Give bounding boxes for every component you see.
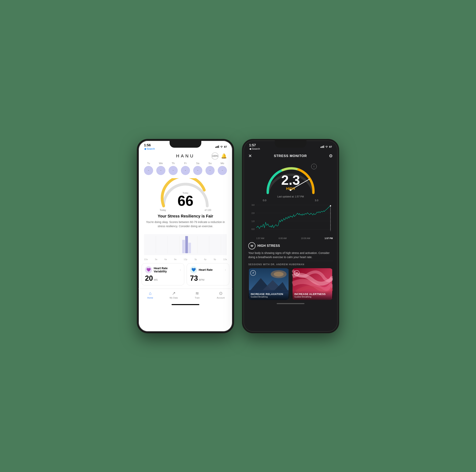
- day-mo[interactable]: Mo -: [216, 162, 228, 175]
- gauge-number: 66: [177, 194, 193, 208]
- session-overlay-2: INCREASE ALERTNESS Guided Breathing: [292, 291, 333, 300]
- week-days-row: Tu - We - Th - Fr - Sa -: [142, 162, 229, 175]
- svg-rect-18: [323, 146, 323, 148]
- stress-time-labels: 1:57 AM 6:00 AM 10:00 AM 1:57 PM: [248, 237, 333, 240]
- day-circle-su: -: [205, 166, 215, 175]
- nav-home-label: Home: [147, 296, 153, 299]
- hr-value-row: 73 BPM: [190, 274, 226, 282]
- hrv-value: 20: [145, 274, 153, 282]
- day-tu[interactable]: Tu -: [142, 162, 155, 175]
- svg-rect-1: [216, 146, 217, 148]
- metrics-row: 💜 Heart Rate Variability › 20 MS 💙 Heart…: [138, 261, 232, 288]
- phone-1-back[interactable]: ◀ Search: [144, 147, 155, 150]
- time-label-4: 1:57 PM: [324, 237, 333, 240]
- phone-2-notch: [275, 141, 306, 148]
- battery-percent-icon[interactable]: 100%: [211, 152, 219, 160]
- sessions-row: ↺ INCREASE RELAXATION Guided Breathing: [248, 268, 333, 300]
- hanu-icons: 100% 🔔: [211, 152, 227, 160]
- phone-1-time: 1:56: [144, 143, 155, 147]
- hr-unit: BPM: [199, 278, 204, 281]
- dark-gauge-container: 2.3 HIGH i: [263, 162, 318, 195]
- day-label-th: Th: [171, 162, 174, 165]
- hrv-card-header: 💜 Heart Rate Variability ›: [145, 266, 181, 273]
- hrv-title: Heart Rate Variability: [154, 267, 178, 273]
- phones-container: 1:56 ◀ Search 87: [137, 139, 339, 333]
- hr-card-header: 💙 Heart Rate ›: [190, 266, 226, 273]
- hanu-logo: HANU: [176, 153, 195, 159]
- hanu-header: HANU 100% 🔔: [138, 151, 232, 160]
- day-sa[interactable]: Sa -: [192, 162, 204, 175]
- day-label-su: Su: [208, 162, 212, 165]
- session-overlay-1: INCREASE RELAXATION Guided Breathing: [248, 291, 289, 300]
- score-section: Today 66 Today of 100 Your Stress Resili…: [138, 175, 232, 230]
- mydata-icon: ↗: [172, 291, 175, 296]
- close-button[interactable]: ✕: [248, 153, 252, 159]
- svg-point-20: [326, 147, 327, 148]
- nav-home[interactable]: ⌂ Home: [138, 291, 162, 299]
- bell-icon[interactable]: 🔔: [221, 153, 227, 159]
- hr-icon: 💙: [190, 266, 197, 273]
- svg-point-4: [221, 147, 222, 148]
- high-stress-title: HIGH STRESS: [257, 244, 280, 248]
- stress-chart-svg: 3.0 2.0 1.0 0.0: [248, 203, 333, 236]
- weekly-calendar: Tu - We - Th - Fr - Sa -: [138, 160, 232, 175]
- day-fr[interactable]: Fr -: [179, 162, 192, 175]
- day-th[interactable]: Th -: [167, 162, 179, 175]
- hrv-chart: [138, 230, 232, 258]
- signal-icon-2: [321, 146, 324, 148]
- nav-train[interactable]: ≋ Train: [186, 291, 209, 299]
- hrv-chart-svg: [144, 231, 227, 258]
- home-indicator-1: [171, 304, 199, 305]
- svg-point-33: [330, 205, 331, 206]
- dark-gauge-section: 2.3 HIGH i Last updated at: 1:57 PM 0.0 …: [244, 160, 338, 202]
- phone-2-back[interactable]: ◀ Search: [249, 147, 260, 150]
- svg-rect-0: [215, 147, 216, 148]
- svg-rect-17: [322, 146, 322, 148]
- nav-account[interactable]: ⊙ Account: [209, 291, 233, 299]
- day-circle-mo: -: [218, 166, 227, 175]
- info-icon[interactable]: i: [311, 164, 317, 169]
- dark-gauge-number: 2.3: [281, 173, 300, 187]
- time-label-2: 6:00 AM: [279, 237, 287, 240]
- hr-card[interactable]: 💙 Heart Rate › 73 BPM: [187, 263, 229, 285]
- phone-1: 1:56 ◀ Search 87: [137, 139, 234, 333]
- account-icon: ⊙: [219, 291, 222, 296]
- high-stress-badge: W HIGH STRESS: [248, 242, 333, 249]
- gauge-today: Today: [160, 209, 166, 212]
- day-we[interactable]: We -: [155, 162, 167, 175]
- hrv-unit: MS: [154, 278, 158, 281]
- nav-mydata[interactable]: ↗ My Data: [162, 291, 186, 299]
- dark-gauge-updated: Last updated at: 1:57 PM: [277, 195, 304, 198]
- session-name-1: INCREASE RELAXATION: [251, 293, 287, 295]
- svg-rect-9: [188, 243, 191, 253]
- session-type-1: Guided Breathing: [251, 295, 287, 298]
- session-name-2: INCREASE ALERTNESS: [294, 293, 330, 295]
- session-card-relaxation[interactable]: ↺ INCREASE RELAXATION Guided Breathing: [248, 268, 289, 300]
- high-stress-desc: Your body is showing signs of high stres…: [248, 251, 333, 259]
- session-type-2: Guided Breathing: [294, 295, 330, 298]
- session-card-alertness[interactable]: ↺ INCREASE ALERTNESS Guided Breathing: [292, 268, 333, 300]
- session-refresh-icon-1: ↺: [250, 270, 256, 276]
- gauge-min-label: 0.0: [263, 199, 266, 202]
- signal-icon: [215, 146, 219, 148]
- hrv-card[interactable]: 💜 Heart Rate Variability › 20 MS: [142, 263, 184, 285]
- gauge-out-of: of 100: [205, 209, 211, 212]
- hrv-icon: 💜: [145, 266, 152, 273]
- day-label-we: We: [159, 162, 163, 165]
- svg-rect-3: [218, 146, 219, 148]
- gauge-score: Today 66: [177, 192, 193, 208]
- sessions-title: SESSIONS WITH DR. ANDREW HUBERMAN: [248, 263, 333, 266]
- svg-text:2.0: 2.0: [252, 212, 255, 214]
- train-icon: ≋: [195, 291, 199, 296]
- high-stress-section: W HIGH STRESS Your body is showing signs…: [244, 240, 338, 261]
- day-circle-sa: -: [193, 166, 202, 175]
- hrv-chevron-icon: ›: [180, 268, 181, 271]
- stress-desc: You're doing okay. Scores between 60-79 …: [144, 220, 227, 228]
- settings-button[interactable]: ⚙: [329, 153, 333, 159]
- home-indicator-2: [277, 303, 305, 304]
- sessions-section: SESSIONS WITH DR. ANDREW HUBERMAN: [244, 261, 338, 302]
- svg-text:3.0: 3.0: [252, 204, 255, 206]
- hr-value: 73: [190, 274, 198, 282]
- day-label-fr: Fr: [184, 162, 187, 165]
- day-su[interactable]: Su -: [204, 162, 216, 175]
